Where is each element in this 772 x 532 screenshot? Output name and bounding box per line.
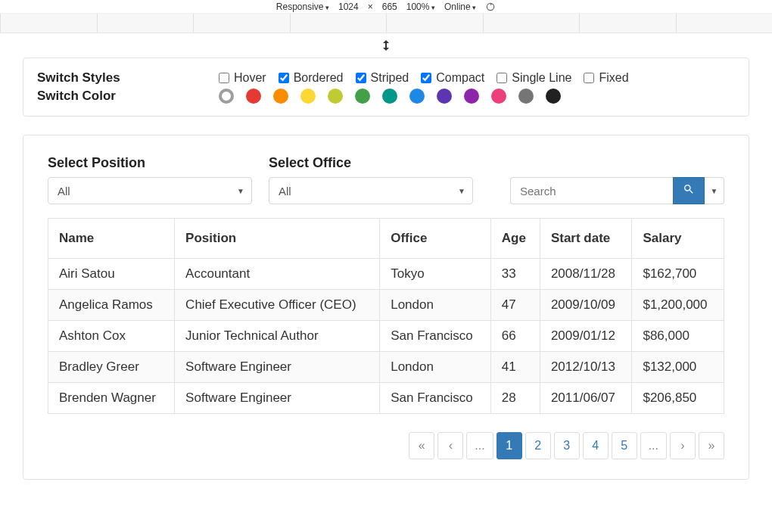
cell-office: San Francisco [380, 383, 491, 414]
search-input[interactable] [510, 177, 673, 204]
cell-position: Chief Executive Officer (CEO) [175, 290, 380, 321]
network-select[interactable]: Online [444, 2, 476, 12]
style-checkbox[interactable] [356, 73, 366, 83]
switch-styles-label: Switch Styles [37, 70, 219, 86]
column-header[interactable]: Office [380, 219, 491, 259]
style-checkbox[interactable] [584, 73, 594, 83]
style-checkbox[interactable] [279, 73, 289, 83]
cell-office: London [380, 352, 491, 383]
table-row: Angelica RamosChief Executive Officer (C… [48, 290, 724, 321]
office-select[interactable]: All [269, 177, 473, 204]
style-option-single-line[interactable]: Single Line [497, 71, 571, 85]
svg-point-0 [487, 3, 494, 10]
cell-start: 2009/01/12 [540, 321, 632, 352]
cell-salary: $206,850 [632, 383, 724, 414]
column-header[interactable]: Name [48, 219, 175, 259]
cell-name: Ashton Cox [48, 321, 175, 352]
cell-salary: $132,000 [632, 352, 724, 383]
color-swatch[interactable] [437, 89, 452, 104]
page-5[interactable]: 5 [612, 432, 637, 459]
cell-name: Bradley Greer [48, 352, 175, 383]
table-row: Brenden WagnerSoftware EngineerSan Franc… [48, 383, 724, 414]
cell-name: Angelica Ramos [48, 290, 175, 321]
page-prev[interactable]: ‹ [437, 432, 463, 459]
cell-position: Software Engineer [175, 352, 380, 383]
cell-position: Junior Technical Author [175, 321, 380, 352]
cell-age: 33 [490, 259, 540, 290]
table-row: Bradley GreerSoftware EngineerLondon4120… [48, 352, 724, 383]
page-last[interactable]: » [699, 432, 724, 459]
color-swatch[interactable] [273, 89, 288, 104]
style-option-striped[interactable]: Striped [356, 71, 409, 85]
column-header[interactable]: Salary [632, 219, 724, 259]
data-table: NamePositionOfficeAgeStart dateSalary Ai… [48, 218, 724, 414]
viewport-height[interactable]: 665 [382, 2, 397, 12]
page-3[interactable]: 3 [554, 432, 580, 459]
color-swatch[interactable] [328, 89, 343, 104]
style-option-compact[interactable]: Compact [421, 71, 484, 85]
cell-position: Accountant [175, 259, 380, 290]
cell-name: Brenden Wagner [48, 383, 175, 414]
ruler-strip [0, 14, 772, 33]
color-swatch[interactable] [300, 89, 316, 104]
data-panel: Select Position All ▼ Select Office All … [23, 135, 749, 480]
column-header[interactable]: Start date [540, 219, 632, 259]
position-select[interactable]: All [48, 177, 252, 204]
search-options-toggle[interactable]: ▼ [705, 177, 724, 204]
cell-age: 41 [490, 352, 540, 383]
style-option-label: Hover [234, 71, 266, 85]
style-option-label: Bordered [294, 71, 344, 85]
viewport-sep: × [368, 2, 373, 12]
page-2[interactable]: 2 [525, 432, 551, 459]
cell-salary: $86,000 [632, 321, 724, 352]
page-ellipsis[interactable]: ... [466, 432, 493, 459]
page-4[interactable]: 4 [583, 432, 609, 459]
page-first[interactable]: « [409, 432, 434, 459]
vertical-resize-handle[interactable] [0, 33, 772, 58]
style-option-label: Single Line [512, 71, 571, 85]
cell-name: Airi Satou [48, 259, 175, 290]
cell-office: London [380, 290, 491, 321]
style-option-label: Striped [371, 71, 409, 85]
color-swatch[interactable] [382, 89, 397, 104]
style-option-label: Fixed [599, 71, 628, 85]
style-checkbox[interactable] [421, 73, 431, 83]
style-option-fixed[interactable]: Fixed [584, 71, 628, 85]
color-swatch[interactable] [355, 89, 370, 104]
rotate-icon[interactable] [485, 2, 496, 12]
cell-start: 2011/06/07 [540, 383, 632, 414]
color-swatch[interactable] [464, 89, 479, 104]
color-swatch[interactable] [518, 89, 534, 104]
cell-salary: $1,200,000 [632, 290, 724, 321]
page-next[interactable]: › [670, 432, 696, 459]
column-header[interactable]: Position [175, 219, 380, 259]
color-swatch[interactable] [491, 89, 506, 104]
table-row: Ashton CoxJunior Technical AuthorSan Fra… [48, 321, 724, 352]
color-swatch[interactable] [546, 89, 561, 104]
pagination: «‹...12345...›» [48, 432, 724, 459]
style-panel: Switch Styles HoverBorderedStripedCompac… [23, 58, 749, 117]
cell-age: 66 [490, 321, 540, 352]
style-checkbox[interactable] [497, 73, 507, 83]
device-mode-select[interactable]: Responsive [276, 2, 329, 12]
search-icon [683, 183, 695, 198]
zoom-select[interactable]: 100% [406, 2, 435, 12]
style-option-hover[interactable]: Hover [219, 71, 266, 85]
color-swatch[interactable] [219, 89, 234, 104]
style-checkbox[interactable] [219, 73, 229, 83]
page-ellipsis[interactable]: ... [640, 432, 667, 459]
devtools-bar: Responsive 1024 × 665 100% Online [0, 0, 772, 14]
cell-start: 2009/10/09 [540, 290, 632, 321]
table-row: Airi SatouAccountantTokyo332008/11/28$16… [48, 259, 724, 290]
page-1[interactable]: 1 [497, 432, 522, 459]
cell-position: Software Engineer [175, 383, 380, 414]
select-position-label: Select Position [48, 155, 252, 171]
cell-start: 2008/11/28 [540, 259, 632, 290]
search-button[interactable] [673, 177, 705, 204]
color-swatch[interactable] [246, 89, 261, 104]
column-header[interactable]: Age [490, 219, 540, 259]
viewport-width[interactable]: 1024 [338, 2, 359, 12]
caret-down-icon: ▼ [711, 187, 718, 195]
style-option-bordered[interactable]: Bordered [279, 71, 344, 85]
color-swatch[interactable] [409, 89, 425, 104]
